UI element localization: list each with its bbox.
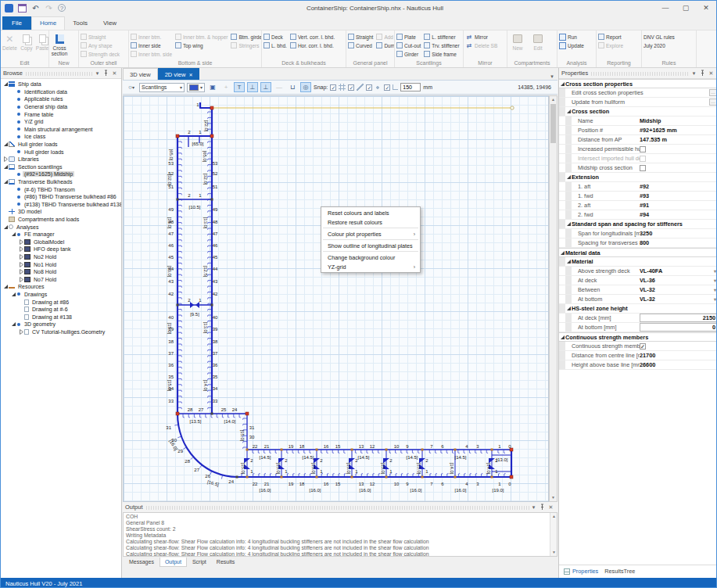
ribbon-button-mirror[interactable]: ⇄Mirror (465, 33, 497, 41)
tree-item-ship-data[interactable]: Ship data (1, 81, 121, 88)
ribbon-button-report[interactable]: Report (598, 33, 623, 41)
expander-icon[interactable] (2, 81, 9, 88)
view-tab-3d-view[interactable]: 3D view (123, 68, 158, 80)
tree-item-applicable-rules[interactable]: Applicable rules (1, 95, 121, 103)
minimize-button[interactable]: — (655, 2, 676, 15)
tree-item-hfo-deep-tank[interactable]: HFO deep tank (1, 246, 121, 253)
ribbon-button-curved[interactable]: Curved (348, 41, 373, 49)
ribbon-button-top-wing[interactable]: Top wing (175, 41, 228, 49)
2d-canvas[interactable]: 1[22.0]21[65.0][65.0][65.0]535352525151[… (123, 95, 549, 502)
tree-item-analyses[interactable]: Analyses (1, 223, 121, 231)
tree-item-no2-hold[interactable]: No2 Hold (1, 253, 121, 261)
tree-item-no1-hold[interactable]: No1 Hold (1, 260, 121, 268)
tree-item-no7-hold[interactable]: No7 Hold (1, 275, 121, 283)
ribbon-button-cut-out[interactable]: Cut-out (396, 41, 421, 49)
snap-grid-checkbox[interactable]: ✓ (330, 84, 336, 91)
snap-target-icon[interactable]: ◎ (300, 82, 311, 92)
scroll-up-icon[interactable]: ▲ (550, 513, 557, 520)
ribbon-button-vert-corr-l-bhd[interactable]: Vert. corr. l. bhd. (290, 33, 335, 41)
menu-item-restore-result-colours[interactable]: Restore result colours (321, 217, 420, 227)
expander-icon[interactable] (18, 246, 24, 253)
output-tab-results[interactable]: Results (212, 558, 239, 567)
expander-icon[interactable] (559, 334, 565, 340)
property-value[interactable]: #93 (640, 192, 717, 199)
tree-item-drawing-at-138[interactable]: Drawing at #138 (1, 313, 121, 321)
tree-item-compartments-and-loads[interactable]: Compartments and loads (1, 216, 121, 224)
ribbon-button-hor-corr-l-bhd[interactable]: Hor. corr. l. bhd. (290, 41, 335, 49)
panel-drag-handle[interactable] (146, 506, 529, 510)
ribbon-button-dummy[interactable]: Dummy (376, 41, 395, 49)
tree-item-fe-manager[interactable]: FE manager (1, 231, 121, 238)
scroll-up-icon[interactable]: ▲ (550, 96, 557, 103)
pin-icon[interactable] (538, 504, 547, 511)
expander-icon[interactable] (2, 142, 9, 148)
tree-item-6-tbhd-transom[interactable]: (#-6) TBHD Transom (1, 185, 121, 193)
expander-icon[interactable] (18, 328, 24, 335)
tree-item-globalmodel[interactable]: GlobalModel (1, 238, 121, 246)
tree-item-libraries[interactable]: Libraries (1, 156, 121, 163)
tree-item-drawing-at-86[interactable]: Drawing at #86 (1, 298, 121, 306)
tree-item-86-tbhd-transverse-bulkhead-86[interactable]: (#86) TBHD Transverse bulkhead #86 (1, 193, 121, 201)
tree-item-transverse-bulkheads[interactable]: Transverse Bulkheads (1, 178, 121, 186)
help-icon[interactable]: ? (58, 4, 66, 12)
ellipsis-button[interactable]: … (709, 99, 717, 106)
tab-overflow-icon[interactable]: ▾ (547, 74, 557, 80)
menu-item-show-outline-of-longitudinal-plates[interactable]: Show outline of longitudinal plates (321, 241, 420, 250)
scrollbar-thumb[interactable] (550, 104, 556, 143)
ribbon-button-straight[interactable]: Straight (348, 33, 373, 41)
property-value[interactable]: VL-32▾ (640, 296, 717, 303)
ribbon-button-update[interactable]: Update (559, 41, 584, 49)
property-row-cross-section[interactable]: Cross section (559, 107, 717, 117)
snap-point-checkbox[interactable]: ✓ (366, 84, 372, 91)
property-value[interactable] (640, 156, 717, 162)
ribbon-tab-file[interactable]: File (2, 16, 31, 30)
snap-perpendicular-checkbox[interactable]: ✓ (384, 84, 390, 91)
tree-item-138-tbhd-transverse-bulkhead-138[interactable]: (#138) TBHD Transverse bulkhead #138 (1, 201, 121, 209)
ribbon-button-july-2020[interactable]: July 2020 (644, 41, 675, 49)
close-panel-icon[interactable]: ✕ (110, 70, 119, 77)
undo-icon[interactable]: ↶ (31, 4, 40, 13)
expander-icon[interactable] (565, 259, 572, 265)
panel-menu-icon[interactable]: ▾ (690, 70, 698, 77)
close-panel-icon[interactable]: ✕ (707, 70, 715, 77)
expander-icon[interactable] (10, 231, 16, 238)
tree-item-section-scantlings[interactable]: Section scantlings (1, 163, 121, 171)
ribbon-button-l-stiffener[interactable]: L. stiffener (424, 33, 459, 41)
colour-picker[interactable]: ▾ (187, 83, 205, 92)
tree-item-92-1625-midship[interactable]: (#92+1625) Midship (1, 170, 121, 178)
property-value[interactable] (640, 165, 717, 171)
snap-line-checkbox[interactable]: ✓ (348, 84, 354, 91)
display-mode-combo[interactable]: Scantlings▾ (139, 83, 185, 92)
ribbon-button-inner-side[interactable]: Inner side (131, 41, 172, 49)
ribbon-button-l-bhd[interactable]: L. bhd. (263, 41, 287, 49)
expander-icon[interactable] (2, 284, 9, 290)
expander-icon[interactable] (18, 261, 24, 267)
ribbon-button-deck[interactable]: Deck (263, 33, 287, 41)
ribbon-tab-view[interactable]: View (95, 17, 124, 30)
tree-item-frame-table[interactable]: Frame table (1, 110, 121, 118)
expander-icon[interactable] (565, 221, 572, 228)
output-tab-script[interactable]: Script (188, 558, 211, 567)
tree-item-resources[interactable]: Resources (1, 283, 121, 291)
property-value[interactable]: #94 (640, 211, 717, 218)
tree-item-hull-girder-loads[interactable]: Hull girder loads (1, 148, 121, 156)
property-row-standard-span-and-spacing-for-stiffeners[interactable]: Standard span and spacing for stiffeners (559, 220, 717, 229)
ribbon-tab-home[interactable]: Home (31, 16, 65, 30)
expander-icon[interactable] (18, 276, 24, 282)
expander-icon[interactable] (2, 224, 9, 230)
panel-menu-icon[interactable]: ▾ (529, 504, 538, 511)
close-tab-icon[interactable]: ✕ (188, 72, 192, 77)
scroll-down-icon[interactable]: ▼ (550, 549, 557, 556)
canvas-vertical-scrollbar[interactable]: ▲ ▼ (549, 95, 557, 502)
property-value[interactable]: Midship (640, 117, 717, 124)
tree-item-y-z-grid[interactable]: Y/Z grid (1, 118, 121, 126)
tree-item-cv-tutorial-hulliges-geometry[interactable]: CV Tutorial-hulliges.Geometry (1, 328, 121, 336)
menu-item-reset-colours-and-labels[interactable]: Reset colours and labels (321, 208, 420, 217)
output-tab-output[interactable]: Output (160, 558, 187, 567)
tree-item-3d-model[interactable]: 3D model (1, 208, 121, 216)
property-value[interactable]: VL-32▾ (640, 286, 717, 293)
expander-icon[interactable] (18, 253, 24, 260)
expander-icon[interactable] (559, 81, 565, 87)
expander-icon[interactable] (2, 156, 9, 163)
property-row-hs-steel-zone-height[interactable]: HS-steel zone height (559, 304, 717, 314)
